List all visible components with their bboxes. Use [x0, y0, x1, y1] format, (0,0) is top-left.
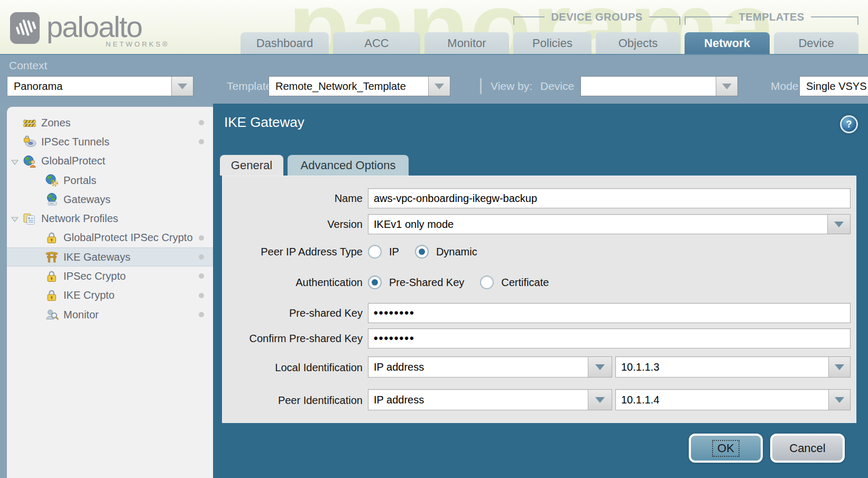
sidebar-item-network-profiles[interactable]: Network Profiles — [7, 209, 213, 228]
sidebar-item-ike-gateways[interactable]: IKE Gateways — [7, 247, 213, 266]
context-select-value: Panorama — [7, 80, 171, 93]
sidebar-item-ike-crypto[interactable]: IKE Crypto — [7, 286, 213, 305]
tab-device[interactable]: Device — [774, 32, 858, 54]
dialog-tabs: General Advanced Options — [220, 155, 409, 176]
sidebar-item-monitor[interactable]: Monitor — [7, 305, 213, 324]
row-dot-icon — [199, 254, 204, 260]
sidebar-item-label: IKE Gateways — [63, 251, 131, 263]
lock-icon — [45, 231, 59, 245]
zones-icon — [23, 116, 36, 130]
local-identification-label: Local Identification — [223, 361, 363, 374]
ike-gateway-dialog: IKE Gateway ? General Advanced Options N… — [213, 104, 868, 478]
peer-identification-value-input[interactable]: 10.1.1.4 — [615, 389, 851, 410]
sidebar-item-ipsec-tunnels[interactable]: IPSec Tunnels — [7, 132, 213, 151]
expand-triangle-icon[interactable] — [11, 157, 19, 169]
ipsec-tunnels-icon — [23, 135, 36, 149]
confirm-preshared-key-label: Confirm Pre-shared Key — [223, 332, 363, 345]
radio-certificate[interactable] — [480, 275, 494, 289]
gateways-icon — [45, 192, 59, 206]
globalprotect-icon — [23, 154, 36, 168]
main-nav-tabs: Dashboard ACC Monitor Policies Objects N… — [241, 32, 858, 54]
radio-pre-shared-key[interactable] — [368, 275, 382, 289]
local-identification-type-value: IP address — [368, 361, 588, 373]
tab-general[interactable]: General — [220, 155, 283, 176]
context-divider — [480, 78, 482, 94]
sidebar-item-zones[interactable]: Zones — [7, 113, 213, 132]
sidebar-item-label: Gateways — [63, 194, 110, 206]
sidebar-item-label: Portals — [63, 174, 96, 187]
mode-select-value: Single VSYS — [800, 80, 868, 93]
peer-identification-label: Peer Identification — [223, 394, 363, 407]
device-groups-bracket: DEVICE GROUPS — [513, 12, 680, 27]
sidebar-item-label: IPSec Crypto — [63, 270, 126, 282]
preshared-key-input-value: •••••••• — [368, 306, 850, 320]
radio-ip[interactable] — [368, 245, 382, 259]
general-form-panel: Name aws-vpc-onboarding-ikegw-backup Ver… — [222, 176, 856, 423]
version-label: Version — [223, 218, 363, 231]
sidebar-item-label: GlobalProtect — [41, 155, 105, 167]
row-dot-icon — [199, 120, 204, 125]
local-identification-type-select[interactable]: IP address — [368, 356, 612, 378]
local-identification-type-arrow-icon[interactable] — [588, 357, 612, 377]
templates-bracket: TEMPLATES — [685, 12, 858, 27]
radio-pre-shared-key-label: Pre-Shared Key — [389, 277, 464, 289]
sidebar-item-label: GlobalProtect IPSec Crypto — [63, 232, 193, 244]
portals-icon — [45, 173, 59, 187]
help-icon[interactable]: ? — [840, 115, 858, 133]
name-input[interactable]: aws-vpc-onboarding-ikegw-backup — [368, 188, 851, 208]
template-select-value: Remote_Network_Template — [269, 80, 428, 93]
tab-advanced-options[interactable]: Advanced Options — [288, 155, 409, 176]
version-select-arrow-icon[interactable] — [827, 215, 850, 234]
context-label: Context — [9, 59, 47, 72]
tab-monitor[interactable]: Monitor — [424, 32, 509, 54]
tab-objects[interactable]: Objects — [596, 32, 680, 54]
peer-ip-type-radio-group: IP Dynamic — [368, 245, 477, 259]
confirm-preshared-key-input[interactable]: •••••••• — [368, 328, 851, 348]
lock-icon — [45, 289, 59, 302]
app-header: panorama paloalto NETWORKS® DE — [0, 0, 868, 54]
sidebar-item-gateways[interactable]: Gateways — [7, 190, 213, 209]
cancel-button[interactable]: Cancel — [770, 434, 845, 463]
paloalto-logo-mark-icon — [10, 12, 40, 47]
context-select[interactable]: Panorama — [7, 76, 193, 96]
sidebar-item-globalprotect-ipsec-crypto[interactable]: GlobalProtect IPSec Crypto — [7, 228, 213, 247]
ok-button[interactable]: OK — [689, 434, 763, 463]
sidebar-item-globalprotect[interactable]: GlobalProtect — [7, 152, 213, 171]
confirm-preshared-key-input-value: •••••••• — [368, 332, 850, 345]
lock-icon — [45, 270, 59, 283]
view-by-device-select-arrow-icon[interactable] — [716, 77, 737, 96]
context-select-arrow-icon[interactable] — [171, 77, 193, 96]
tab-acc[interactable]: ACC — [333, 32, 420, 54]
preshared-key-label: Pre-shared Key — [223, 307, 363, 319]
peer-identification-type-select[interactable]: IP address — [368, 389, 612, 410]
tab-network[interactable]: Network — [685, 32, 770, 54]
local-identification-value-input[interactable]: 10.1.1.3 — [615, 356, 851, 378]
template-select[interactable]: Remote_Network_Template — [269, 76, 450, 96]
peer-identification-value: 10.1.1.4 — [616, 394, 828, 406]
tab-dashboard[interactable]: Dashboard — [241, 32, 329, 54]
radio-ip-label: IP — [389, 246, 399, 258]
sidebar-item-portals[interactable]: Portals — [7, 171, 213, 190]
row-dot-icon — [199, 235, 204, 241]
mode-select[interactable]: Single VSYS — [799, 76, 868, 96]
local-identification-value-arrow-icon[interactable] — [828, 357, 850, 377]
ike-gateways-icon — [45, 250, 59, 264]
radio-dynamic[interactable] — [415, 245, 429, 259]
version-select[interactable]: IKEv1 only mode — [368, 214, 851, 234]
preshared-key-input[interactable]: •••••••• — [368, 303, 851, 323]
templates-label: TEMPLATES — [732, 12, 810, 22]
sidebar-item-label: Zones — [41, 117, 71, 129]
template-label: Template — [227, 80, 272, 93]
peer-identification-type-arrow-icon[interactable] — [588, 390, 612, 410]
template-select-arrow-icon[interactable] — [428, 77, 450, 96]
sidebar-item-ipsec-crypto[interactable]: IPSec Crypto — [7, 266, 213, 286]
peer-identification-value-arrow-icon[interactable] — [828, 390, 850, 410]
tab-policies[interactable]: Policies — [513, 32, 592, 54]
row-dot-icon — [199, 293, 204, 298]
sidebar-item-label: Network Profiles — [41, 213, 118, 225]
authentication-radio-group: Pre-Shared Key Certificate — [368, 275, 549, 289]
view-by-device-select[interactable] — [580, 76, 738, 96]
name-input-value: aws-vpc-onboarding-ikegw-backup — [368, 192, 850, 205]
expand-triangle-icon[interactable] — [11, 214, 19, 226]
network-nav-tree: Zones IPSec Tunnels — [7, 107, 213, 478]
